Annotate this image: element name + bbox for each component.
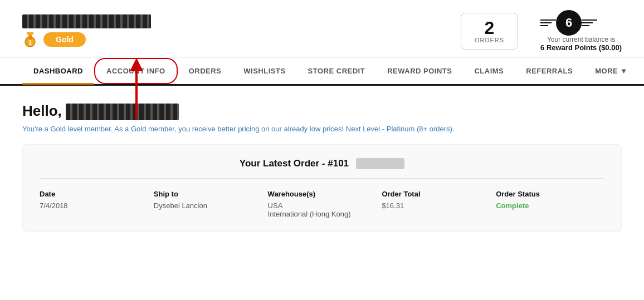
reward-points-icon: 6	[540, 10, 622, 36]
username: DXXXXXXXXXXXXXXX	[22, 14, 151, 28]
wing-line	[540, 22, 552, 23]
order-col-warehouse: Warehouse(s) USAInternational (Hong Kong…	[268, 190, 377, 218]
reward-points-balance: 6 Reward Points ($0.00)	[540, 43, 622, 52]
col-header-ship-to: Ship to	[154, 190, 262, 198]
main-content: Hello, XXXXXXXXXXXX You're a Gold level …	[0, 86, 644, 249]
order-id-blurred: XXXXXXX	[356, 158, 404, 169]
col-value-status: Complete	[496, 201, 604, 210]
col-header-date: Date	[40, 190, 148, 198]
col-value-total: $16.31	[382, 201, 490, 210]
badge-row: 1 Gold	[22, 32, 151, 47]
col-value-date: 7/4/2018	[40, 201, 148, 210]
nav-item-referrals[interactable]: REFERRALS	[515, 59, 584, 83]
header-right: 2 ORDERS 6 Your current balance is 6 Rew…	[461, 10, 622, 52]
left-wings	[540, 19, 556, 26]
wing-line	[582, 25, 589, 26]
order-col-ship-to: Ship to Dysebel Lancion	[154, 190, 262, 218]
right-wings	[582, 19, 597, 26]
col-header-warehouse: Warehouse(s)	[268, 190, 377, 198]
wing-line	[540, 19, 556, 21]
orders-count: 2	[475, 19, 504, 37]
page-header: DXXXXXXXXXXXXXXX 1 Gold 2 ORDERS	[0, 0, 644, 58]
reward-points-widget: 6 Your current balance is 6 Reward Point…	[540, 10, 622, 52]
hello-name: XXXXXXXXXXXX	[66, 104, 179, 120]
nav-item-store-credit[interactable]: STORE CREDIT	[297, 59, 377, 83]
medal-icon: 1	[22, 32, 38, 47]
nav-item-reward-points[interactable]: REWARD POINTS	[376, 59, 463, 83]
reward-points-circle: 6	[556, 10, 582, 36]
col-value-ship-to: Dysebel Lancion	[154, 201, 262, 210]
nav-item-account-info[interactable]: ACCOUNT INFO	[94, 58, 178, 84]
orders-label: ORDERS	[475, 37, 504, 43]
nav-item-dashboard[interactable]: DASHBOARD	[22, 59, 94, 85]
nav-item-more[interactable]: MORE ▼	[584, 59, 638, 83]
orders-widget: 2 ORDERS	[461, 13, 518, 50]
order-col-date: Date 7/4/2018	[40, 190, 148, 218]
reward-points-label: Your current balance is	[540, 36, 622, 43]
nav-item-wishlists[interactable]: WISHLISTS	[232, 59, 296, 83]
chevron-down-icon: ▼	[620, 67, 627, 75]
hello-heading: Hello, XXXXXXXXXXXX	[22, 102, 622, 120]
svg-text:1: 1	[28, 39, 32, 46]
wing-line	[582, 22, 593, 23]
latest-order-card: Your Latest Order - #101 XXXXXXX Date 7/…	[22, 144, 622, 232]
member-info-text: You're a Gold level member. As a Gold me…	[22, 125, 622, 133]
nav-item-claims[interactable]: CLAIMS	[463, 59, 515, 83]
order-columns: Date 7/4/2018 Ship to Dysebel Lancion Wa…	[40, 190, 604, 218]
order-card-title: Your Latest Order - #101 XXXXXXX	[40, 158, 604, 179]
col-header-total: Order Total	[382, 190, 490, 198]
gold-badge-button[interactable]: Gold	[43, 32, 86, 47]
user-info: DXXXXXXXXXXXXXXX 1 Gold	[22, 14, 151, 47]
col-header-status: Order Status	[496, 190, 604, 198]
wing-line	[540, 25, 548, 26]
svg-marker-3	[27, 32, 33, 36]
nav-item-orders[interactable]: ORDERS	[178, 59, 233, 83]
col-value-warehouse: USAInternational (Hong Kong)	[268, 201, 377, 218]
wing-line	[582, 19, 597, 21]
nav-bar: DASHBOARD ACCOUNT INFO ORDERS WISHLISTS …	[0, 58, 644, 86]
order-col-total: Order Total $16.31	[382, 190, 490, 218]
order-col-status: Order Status Complete	[496, 190, 604, 218]
